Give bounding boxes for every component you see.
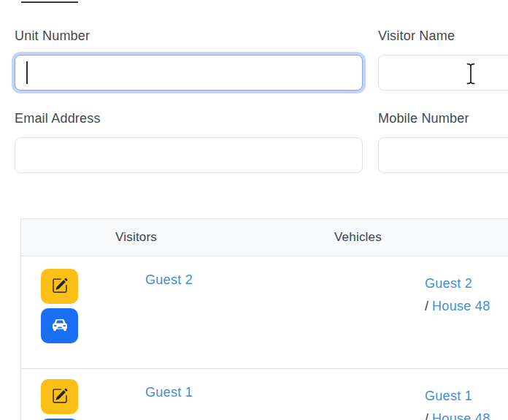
unit-number-input[interactable] [15,55,363,91]
car-front-icon [51,317,69,335]
vehicles-column-header: Vehicles [290,219,508,256]
visitors-table: Visitors Vehicles [20,218,508,420]
visitors-column-header: Visitors [101,219,290,256]
mobile-number-label: Mobile Number [378,111,469,126]
mobile-number-input[interactable] [378,137,508,173]
visitor-name-label: Visitor Name [378,28,455,44]
vehicle-link[interactable]: Guest 2 [425,276,472,291]
unit-number-label: Unit Number [15,28,90,44]
visitor-name-input[interactable] [378,55,508,91]
vehicle-unit-link[interactable]: House 48 [432,411,490,420]
visitor-link[interactable]: Guest 1 [145,385,193,400]
edit-square-icon [52,278,68,296]
vehicle-link[interactable]: Guest 1 [425,389,472,403]
email-address-label: Email Address [15,111,101,126]
table-header-row: Visitors Vehicles [21,219,508,256]
visitor-link[interactable]: Guest 2 [145,272,193,287]
text-caret [26,61,28,84]
top-edge-mark [21,1,78,3]
table-row: Guest 2 Guest 2 / House 48 [21,256,508,369]
text-cursor-icon [465,62,477,85]
vehicle-separator: / [425,299,428,313]
vehicle-separator: / [425,411,428,420]
actions-column-header [21,219,102,256]
table-row: Guest 1 Guest 1 / House 48 [21,369,508,420]
edit-visitor-button[interactable] [41,269,78,304]
edit-square-icon [52,388,68,406]
edit-visitor-button[interactable] [41,379,78,414]
vehicle-button[interactable] [41,308,78,343]
vehicle-unit-link[interactable]: House 48 [432,299,490,313]
email-address-input[interactable] [15,137,363,173]
